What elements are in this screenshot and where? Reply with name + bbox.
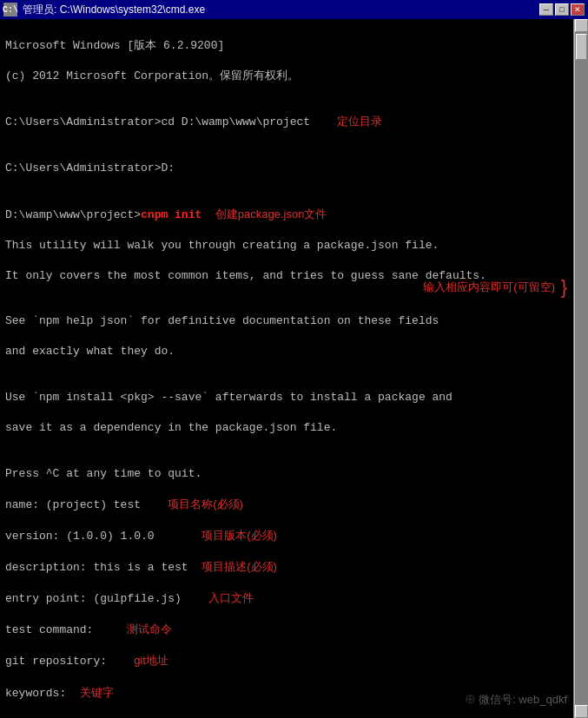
- title-bar-left: C:\ 管理员: C:\Windows\system32\cmd.exe: [3, 3, 205, 17]
- line-16: Press ^C at any time to quit.: [5, 466, 583, 482]
- line-description: description: this is a test 项目描述(必须): [5, 559, 583, 576]
- annotation-name: 项目名称(必须): [168, 497, 243, 511]
- annotation-locate: 定位目录: [337, 115, 382, 128]
- maximize-button[interactable]: □: [555, 3, 569, 16]
- annotation-keywords: 关键字: [80, 686, 114, 699]
- line-cd: C:\Users\Administrator>cd D:\wamp\www\pr…: [5, 114, 583, 130]
- annotation-git: git地址: [134, 654, 168, 667]
- line-10: See `npm help json` for definitive docum…: [5, 313, 583, 329]
- scroll-down-arrow[interactable]: ▼: [575, 705, 588, 718]
- line-2: (c) 2012 Microsoft Corporation。保留所有权利。: [5, 69, 583, 84]
- annotation-input: 输入相应内容即可(可留空): [423, 280, 555, 295]
- cmd-icon: C:\: [3, 3, 17, 16]
- title-bar: C:\ 管理员: C:\Windows\system32\cmd.exe ─ □…: [0, 0, 588, 19]
- scrollbar-track: [575, 32, 588, 705]
- watermark: ⊕ 微信号: web_qdkf: [465, 690, 568, 708]
- window-controls: ─ □ ✕: [539, 3, 585, 16]
- minimize-button[interactable]: ─: [539, 3, 553, 16]
- cnpm-init-highlight: cnpm init: [141, 208, 202, 221]
- line-entry: entry point: (gulpfile.js) 入口文件: [5, 590, 583, 607]
- line-git: git repository: git地址: [5, 653, 583, 669]
- annotation-description: 项目描述(必须): [202, 560, 277, 573]
- terminal-content: Microsoft Windows [版本 6.2.9200] (c) 2012…: [5, 23, 583, 718]
- line-14: save it as a dependency in the package.j…: [5, 420, 583, 436]
- scroll-up-arrow[interactable]: ▲: [575, 19, 588, 32]
- line-test: test command: 测试命令: [5, 622, 583, 638]
- line-1: Microsoft Windows [版本 6.2.9200]: [5, 38, 583, 54]
- brace-symbol: }: [561, 278, 567, 297]
- line-11: and exactly what they do.: [5, 344, 583, 359]
- scrollbar-thumb[interactable]: [576, 34, 587, 60]
- terminal-window: Microsoft Windows [版本 6.2.9200] (c) 2012…: [0, 19, 588, 718]
- close-button[interactable]: ✕: [571, 3, 585, 16]
- line-version: version: (1.0.0) 1.0.0 项目版本(必须): [5, 528, 583, 544]
- annotation-create: 创建package.json文件: [215, 207, 327, 221]
- watermark-icon: ⊕: [465, 691, 476, 706]
- watermark-text: 微信号: web_qdkf: [479, 693, 567, 706]
- line-5: C:\Users\Administrator>D:: [5, 161, 583, 176]
- line-7: This utility will walk you through creat…: [5, 238, 583, 254]
- line-name: name: (project) test 项目名称(必须): [5, 497, 583, 513]
- annotation-test: 测试命令: [127, 622, 172, 636]
- line-cnpm: D:\wamp\www\project>cnpm init 创建package.…: [5, 207, 583, 223]
- annotation-entry: 入口文件: [208, 591, 254, 604]
- annotation-version: 项目版本(必须): [202, 529, 277, 542]
- scrollbar[interactable]: ▲ ▼: [573, 19, 588, 718]
- line-13: Use `npm install <pkg> --save` afterward…: [5, 390, 583, 405]
- window-title: 管理员: C:\Windows\system32\cmd.exe: [23, 3, 205, 17]
